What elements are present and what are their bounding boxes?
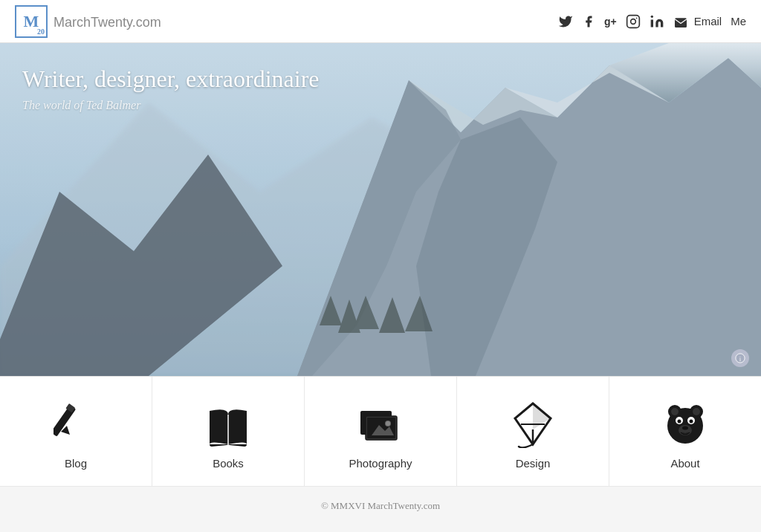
logo-icon: M 20 <box>15 5 48 38</box>
logo-number: 20 <box>37 27 45 36</box>
site-header: M 20 MarchTwenty.com g+ Email Me <box>0 0 761 43</box>
nav-tile-about[interactable]: About <box>609 377 761 486</box>
nav-tile-photography[interactable]: Photography <box>305 377 457 486</box>
design-label: Design <box>516 457 551 470</box>
blog-label: Blog <box>65 457 87 470</box>
svg-point-41 <box>689 419 693 423</box>
instagram-link[interactable] <box>626 14 641 29</box>
facebook-link[interactable] <box>582 14 595 29</box>
design-icon <box>507 398 559 450</box>
nav-tile-books[interactable]: Books <box>152 377 305 486</box>
email-link[interactable]: Email <box>673 15 722 27</box>
hero-text-block: Writer, designer, extraordinaire The wor… <box>22 65 320 112</box>
hero-subtitle: The world of Ted Balmer <box>22 99 320 112</box>
email-label: Email <box>694 15 722 27</box>
svg-point-2 <box>635 17 637 19</box>
blog-icon <box>50 398 102 450</box>
svg-point-1 <box>630 19 635 24</box>
photography-label: Photography <box>349 457 412 470</box>
svg-point-3 <box>650 15 652 17</box>
svg-point-36 <box>671 408 679 415</box>
me-link[interactable]: Me <box>731 15 746 27</box>
svg-point-37 <box>693 408 700 415</box>
svg-point-40 <box>677 419 681 423</box>
hero-title: Writer, designer, extraordinaire <box>22 65 320 93</box>
photography-icon <box>354 398 407 450</box>
logo-area[interactable]: M 20 MarchTwenty.com <box>15 5 161 38</box>
books-icon <box>202 398 254 450</box>
linkedin-link[interactable] <box>650 14 664 29</box>
logo-site-name: MarchTwenty <box>54 15 132 30</box>
info-button[interactable]: i <box>731 349 749 367</box>
nav-tile-design[interactable]: Design <box>457 377 609 486</box>
logo-text: MarchTwenty.com <box>54 12 161 31</box>
site-footer: © MMXVI MarchTwenty.com <box>0 486 761 525</box>
svg-rect-0 <box>626 15 639 27</box>
googleplus-link[interactable]: g+ <box>604 16 617 27</box>
copyright-text: © MMXVI MarchTwenty.com <box>321 500 440 511</box>
svg-point-30 <box>386 421 390 426</box>
twitter-link[interactable] <box>558 14 573 29</box>
logo-domain: .com <box>132 15 161 30</box>
nav-tiles: Blog Books <box>0 376 761 486</box>
books-label: Books <box>213 457 244 470</box>
svg-point-43 <box>682 426 688 429</box>
about-icon <box>659 398 711 450</box>
about-label: About <box>670 457 699 470</box>
social-nav: g+ Email Me <box>558 14 746 29</box>
nav-tile-blog[interactable]: Blog <box>0 377 152 486</box>
hero-section: Writer, designer, extraordinaire The wor… <box>0 43 761 376</box>
